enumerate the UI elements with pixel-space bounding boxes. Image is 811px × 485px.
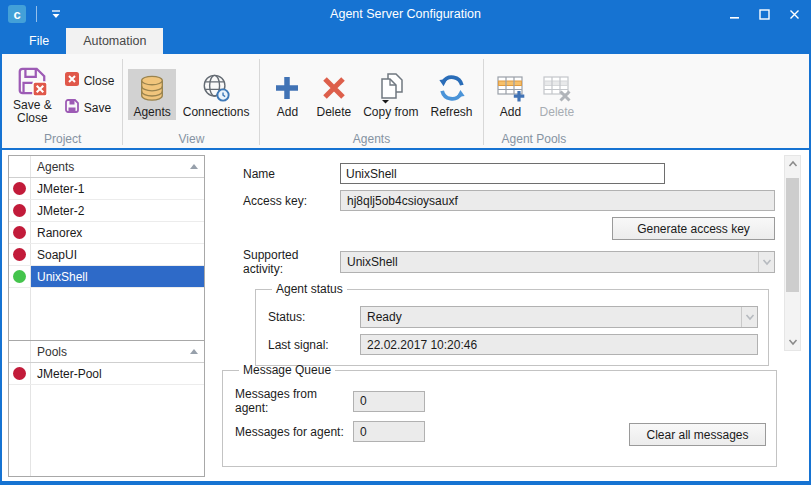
status-offline-icon	[13, 182, 26, 195]
name-label: Name	[243, 167, 340, 181]
delete-pool-button: Delete	[535, 69, 580, 120]
tab-automation[interactable]: Automation	[66, 28, 163, 54]
scroll-down-button[interactable]	[785, 334, 800, 350]
sort-ascending-icon	[190, 349, 198, 354]
left-panel: Agents JMeter-1 JMeter-2 Ranorex	[8, 155, 205, 477]
status-online-icon	[13, 270, 26, 283]
message-queue-legend: Message Queue	[239, 363, 335, 377]
app-logo-letter: c	[13, 8, 20, 21]
ribbon-tab-row: File Automation	[2, 28, 809, 54]
view-connections-button[interactable]: Connections	[178, 69, 255, 120]
app-logo-icon[interactable]: c	[8, 5, 26, 23]
agents-list: Agents JMeter-1 JMeter-2 Ranorex	[9, 156, 204, 340]
scroll-up-button[interactable]	[785, 156, 800, 172]
maximize-button[interactable]	[749, 0, 779, 28]
status-offline-icon	[13, 248, 26, 261]
close-red-box-icon	[64, 71, 80, 90]
delete-agent-button[interactable]: Delete	[311, 69, 356, 120]
view-agents-button[interactable]: Agents	[128, 69, 175, 120]
chevron-down-icon	[741, 307, 757, 327]
quick-access-dropdown-icon[interactable]	[46, 4, 66, 24]
agent-row-unixshell[interactable]: UnixShell	[9, 266, 204, 288]
chevron-down-icon	[758, 252, 774, 272]
access-key-label: Access key:	[243, 194, 340, 208]
save-and-close-button[interactable]: Save &Close	[8, 62, 57, 126]
messages-from-agent-field: 0	[353, 391, 425, 412]
status-combo: Ready	[360, 306, 758, 328]
vertical-scrollbar[interactable]	[784, 155, 801, 351]
sort-ascending-icon	[190, 164, 198, 169]
status-offline-icon	[13, 204, 26, 217]
agent-row-ranorex[interactable]: Ranorex	[9, 222, 204, 244]
last-signal-field: 22.02.2017 10:20:46	[360, 334, 758, 355]
status-offline-icon	[13, 226, 26, 239]
status-label: Status:	[268, 310, 360, 324]
window-title: Agent Server Configuration	[330, 7, 481, 21]
status-column-header	[9, 156, 31, 177]
ribbon-group-label-view: View	[128, 132, 254, 148]
minimize-button[interactable]	[719, 0, 749, 28]
add-plus-icon	[272, 72, 302, 104]
status-column-header	[9, 341, 31, 362]
ribbon-group-view: Agents Connec	[124, 56, 258, 148]
ribbon: Save &Close Close	[2, 54, 809, 150]
ribbon-separator	[483, 59, 484, 145]
ribbon-group-agent-pools: Add Delete Agent Pools	[485, 56, 584, 148]
globe-clock-icon	[201, 72, 231, 104]
agent-properties-region: Name Access key: hj8qlj5ob4csioysauxf Ge…	[213, 155, 803, 353]
messages-for-agent-label: Messages for agent:	[235, 425, 353, 439]
supported-activity-combo: UnixShell	[340, 251, 775, 273]
save-button[interactable]: Save	[61, 97, 118, 118]
agents-column-header[interactable]: Agents	[31, 156, 204, 177]
title-bar: c Agent Server Configuration	[2, 0, 809, 28]
ribbon-group-agents: Add Delete	[261, 56, 481, 148]
messages-for-agent-field: 0	[353, 421, 425, 442]
copy-from-button[interactable]: Copy from	[358, 69, 423, 120]
save-close-icon	[16, 65, 48, 97]
agent-row-soapui[interactable]: SoapUI	[9, 244, 204, 266]
app-window: c Agent Server Configuration File Automa…	[0, 0, 811, 485]
status-offline-icon	[13, 367, 26, 380]
ribbon-group-label-agent-pools: Agent Pools	[489, 132, 580, 148]
message-queue-group: Message Queue Messages from agent: 0 Mes…	[222, 363, 777, 467]
add-agent-button[interactable]: Add	[265, 69, 309, 120]
close-project-button[interactable]: Close	[61, 70, 118, 91]
add-pool-button[interactable]: Add	[489, 69, 533, 120]
table-plus-icon	[496, 72, 526, 104]
agent-status-legend: Agent status	[272, 282, 347, 296]
refresh-icon	[437, 72, 467, 104]
tab-file[interactable]: File	[12, 28, 66, 54]
table-x-icon	[542, 72, 572, 104]
pool-row-jmeter-pool[interactable]: JMeter-Pool	[9, 363, 204, 385]
ribbon-group-project: Save &Close Close	[4, 56, 121, 148]
agent-status-group: Agent status Status: Ready Last signal: …	[255, 282, 769, 366]
copy-documents-icon	[375, 72, 407, 104]
generate-access-key-button[interactable]: Generate access key	[612, 217, 775, 240]
agent-row-jmeter-1[interactable]: JMeter-1	[9, 178, 204, 200]
titlebar-separator	[36, 6, 37, 22]
database-icon	[137, 72, 167, 104]
delete-x-icon	[319, 72, 349, 104]
ribbon-separator	[122, 59, 123, 145]
supported-activity-label: Supported activity:	[243, 248, 340, 276]
save-floppy-icon	[64, 98, 80, 117]
close-button[interactable]	[779, 0, 809, 28]
ribbon-separator	[259, 59, 260, 145]
name-input[interactable]	[340, 163, 665, 184]
refresh-button[interactable]: Refresh	[426, 69, 478, 120]
access-key-field: hj8qlj5ob4csioysauxf	[340, 190, 775, 211]
pools-list: Pools JMeter-Pool	[9, 340, 204, 476]
scrollbar-thumb[interactable]	[786, 178, 799, 292]
agent-detail-panel: Name Access key: hj8qlj5ob4csioysauxf Ge…	[213, 155, 803, 477]
clear-all-messages-button[interactable]: Clear all messages	[629, 423, 766, 446]
agent-row-jmeter-2[interactable]: JMeter-2	[9, 200, 204, 222]
last-signal-label: Last signal:	[268, 338, 360, 352]
ribbon-group-label-project: Project	[8, 132, 117, 148]
pools-column-header[interactable]: Pools	[31, 341, 204, 362]
main-content: Agents JMeter-1 JMeter-2 Ranorex	[2, 150, 809, 481]
messages-from-agent-label: Messages from agent:	[235, 387, 353, 415]
ribbon-group-label-agents: Agents	[265, 132, 477, 148]
